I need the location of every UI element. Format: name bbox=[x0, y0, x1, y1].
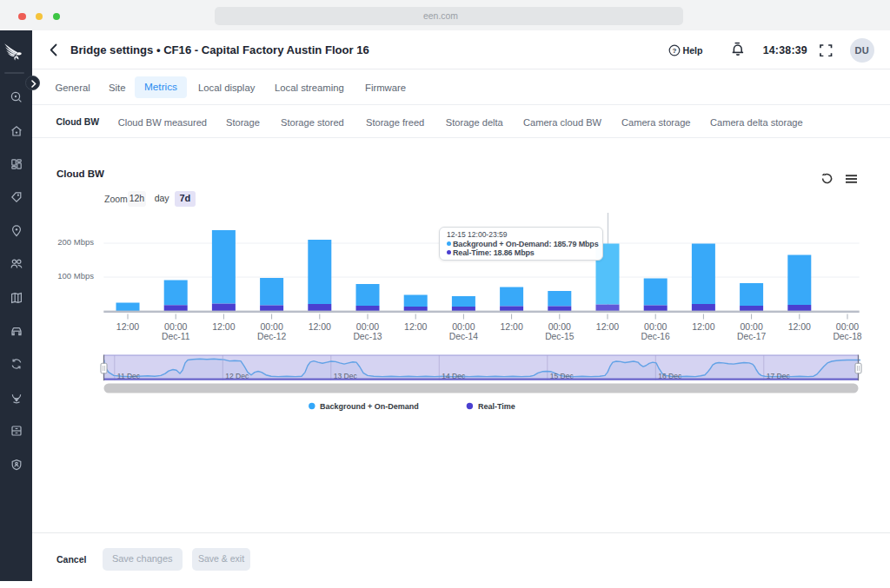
svg-text:Dec-18: Dec-18 bbox=[833, 332, 861, 341]
svg-text:12:00: 12:00 bbox=[404, 321, 427, 332]
svg-text:200 Mbps: 200 Mbps bbox=[57, 237, 94, 247]
svg-text:Dec-13: Dec-13 bbox=[353, 332, 382, 341]
svg-text:00:00: 00:00 bbox=[356, 321, 379, 332]
svg-text:12:00: 12:00 bbox=[212, 321, 235, 332]
svg-text:00:00: 00:00 bbox=[548, 321, 571, 332]
svg-text:00:00: 00:00 bbox=[260, 321, 282, 332]
svg-text:Dec-11: Dec-11 bbox=[162, 332, 190, 341]
svg-text:Dec-17: Dec-17 bbox=[737, 332, 766, 341]
svg-text:00:00: 00:00 bbox=[836, 321, 859, 332]
svg-text:Dec-12: Dec-12 bbox=[257, 332, 286, 341]
svg-text:Dec-14: Dec-14 bbox=[449, 332, 478, 341]
svg-text:12:00: 12:00 bbox=[116, 321, 139, 332]
svg-text:12:00: 12:00 bbox=[309, 321, 331, 332]
svg-text:Background + On-Demand: Background + On-Demand bbox=[320, 402, 419, 411]
svg-text:00:00: 00:00 bbox=[644, 321, 667, 332]
svg-text:Dec-16: Dec-16 bbox=[641, 332, 670, 341]
svg-text:00:00: 00:00 bbox=[740, 321, 762, 332]
svg-text:12:00: 12:00 bbox=[500, 321, 522, 332]
svg-text:100 Mbps: 100 Mbps bbox=[57, 271, 94, 281]
svg-text:12:00: 12:00 bbox=[596, 321, 619, 332]
svg-text:Real-Time: Real-Time bbox=[478, 402, 515, 411]
svg-text:00:00: 00:00 bbox=[164, 321, 187, 332]
svg-text:00:00: 00:00 bbox=[452, 321, 475, 332]
svg-text:Dec-15: Dec-15 bbox=[545, 332, 574, 341]
svg-text:12:00: 12:00 bbox=[788, 321, 811, 332]
svg-text:12:00: 12:00 bbox=[692, 321, 714, 332]
